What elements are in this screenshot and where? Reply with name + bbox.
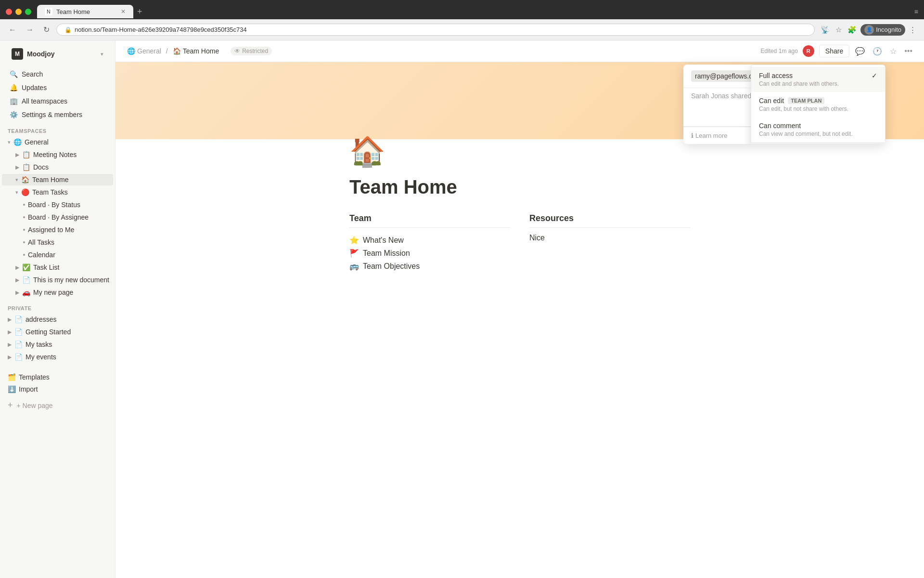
share-button[interactable]: Share — [819, 45, 849, 57]
sidebar-item-board-by-status[interactable]: Board · By Status — [2, 199, 113, 210]
sidebar-item-calendar-label: Calendar — [28, 251, 55, 259]
sidebar-item-updates[interactable]: 🔔 Updates — [2, 81, 113, 94]
comments-button[interactable]: 💬 — [853, 45, 867, 58]
breadcrumb-team-home-label: Team Home — [183, 47, 219, 55]
private-section-title: Private — [0, 302, 115, 313]
meeting-notes-chevron-icon: ▶ — [15, 152, 19, 158]
task-list-icon: ✅ — [22, 263, 30, 271]
team-home-icon: 🏠 — [21, 176, 29, 184]
my-tasks-chevron-icon: ▶ — [8, 342, 12, 348]
search-icon: 🔍 — [10, 70, 18, 78]
sidebar-item-task-list[interactable]: ▶ ✅ Task List — [2, 262, 113, 273]
new-page-plus-icon: + — [8, 400, 13, 410]
workspace-header[interactable]: M Moodjoy ▾ — [4, 42, 111, 66]
sidebar-item-my-tasks[interactable]: ▶ 📄 My tasks — [2, 339, 113, 350]
page-title: Team Home — [349, 176, 690, 198]
profile-button[interactable]: 👤 Incognito — [860, 24, 905, 36]
team-objectives-link[interactable]: 🚌 Team Objectives — [349, 260, 510, 273]
sidebar-item-import[interactable]: ⬇️ Import — [2, 383, 113, 395]
sidebar-item-import-label: Import — [19, 385, 38, 393]
window-maximize[interactable] — [25, 9, 31, 15]
browser-tab[interactable]: N Team Home ✕ — [37, 5, 133, 18]
reload-button[interactable]: ↻ — [40, 23, 52, 36]
workspace-name: Moodjoy — [27, 50, 55, 58]
updates-button[interactable]: 🕐 — [871, 45, 884, 58]
tab-title: Team Home — [56, 8, 90, 15]
bookmark-star-icon[interactable]: ☆ — [834, 24, 844, 36]
breadcrumb-separator: / — [166, 47, 168, 55]
sidebar-item-new-doc[interactable]: ▶ 📄 This is my new document — [2, 274, 113, 286]
sidebar-item-my-events-label: My events — [26, 353, 56, 361]
address-bar[interactable]: 🔒 notion.so/Team-Home-a626e39209a748798e… — [56, 24, 815, 36]
more-options-button[interactable]: ••• — [902, 45, 914, 57]
user-avatar: R — [802, 44, 815, 58]
sidebar-item-all-teamspaces[interactable]: 🏢 All teamspaces — [2, 95, 113, 107]
my-events-chevron-icon: ▶ — [8, 354, 12, 360]
profile-label: Incognito — [876, 26, 901, 33]
sidebar-item-my-new-page[interactable]: ▶ 🚗 My new page — [2, 287, 113, 298]
restricted-badge[interactable]: 👁 Restricted — [231, 47, 272, 55]
sidebar-item-my-events[interactable]: ▶ 📄 My events — [2, 351, 113, 363]
breadcrumb-general[interactable]: 🌐 General — [125, 46, 163, 56]
sidebar-item-search[interactable]: 🔍 Search — [2, 68, 113, 80]
sidebar-item-team-home[interactable]: ▾ 🏠 Team Home — [2, 174, 113, 185]
sidebar-item-templates[interactable]: 🗂️ Templates — [2, 371, 113, 383]
sidebar-item-team-home-label: Team Home — [32, 176, 68, 184]
sidebar-item-team-tasks[interactable]: ▾ 🔴 Team Tasks — [2, 186, 113, 198]
permission-dropdown: Full access ✓ Can edit and share with ot… — [751, 65, 886, 144]
breadcrumb-general-label: General — [137, 47, 161, 55]
forward-button[interactable]: → — [23, 24, 37, 36]
learn-more-label: Learn more — [695, 132, 727, 139]
cast-icon[interactable]: 📡 — [819, 24, 832, 36]
perm-option-full-access[interactable]: Full access ✓ Can edit and share with ot… — [751, 67, 885, 92]
sidebar-item-board-by-assignee-label: Board · By Assignee — [28, 213, 89, 221]
templates-icon: 🗂️ — [8, 373, 16, 381]
sidebar-item-board-by-status-label: Board · By Status — [28, 201, 80, 209]
sidebar-item-settings-label: Settings & members — [22, 111, 109, 118]
sidebar-item-general[interactable]: ▾ 🌐 General — [2, 136, 113, 148]
general-chevron-icon: ▾ — [8, 139, 11, 145]
sidebar-item-addresses[interactable]: ▶ 📄 addresses — [2, 314, 113, 325]
back-button[interactable]: ← — [6, 24, 19, 36]
sidebar-item-settings[interactable]: ⚙️ Settings & members — [2, 108, 113, 121]
window-minimize[interactable] — [15, 9, 22, 15]
team-home-chevron-icon: ▾ — [15, 177, 18, 183]
sidebar-item-my-new-page-label: My new page — [33, 289, 73, 296]
tab-list-button[interactable]: ≡ — [914, 8, 918, 15]
window-close[interactable] — [6, 9, 12, 15]
my-page-icon: 🚗 — [22, 289, 30, 296]
new-tab-button[interactable]: + — [133, 5, 146, 19]
workspace-icon: M — [12, 48, 23, 60]
workspace-chevron-icon: ▾ — [101, 51, 103, 57]
sidebar-item-assigned-to-me[interactable]: Assigned to Me — [2, 224, 113, 236]
team-objectives-icon: 🚌 — [349, 262, 359, 271]
can-comment-label: Can comment — [759, 122, 801, 130]
resources-column: Resources Nice — [529, 213, 690, 273]
can-edit-label: Can edit — [759, 97, 784, 105]
sidebar-item-meeting-notes[interactable]: ▶ 📋 Meeting Notes — [2, 149, 113, 160]
new-page-button[interactable]: + + New page — [4, 397, 111, 413]
learn-more-link[interactable]: ℹ Learn more — [691, 132, 727, 139]
resources-text: Nice — [529, 234, 690, 242]
share-panel: ramy@pageflows.com ✕ Can view ▾ Sarah Jo… — [683, 65, 886, 144]
full-access-desc: Can edit and share with others. — [759, 80, 877, 87]
extensions-icon[interactable]: 🧩 — [846, 24, 859, 36]
perm-option-can-view[interactable]: Can view Cannot edit or share with other… — [751, 142, 885, 144]
sidebar-item-addresses-label: addresses — [26, 315, 57, 323]
menu-button[interactable]: ⋮ — [907, 24, 918, 36]
perm-option-can-comment[interactable]: Can comment Can view and comment, but no… — [751, 117, 885, 142]
perm-option-can-edit[interactable]: Can edit TEAM PLAN Can edit, but not sha… — [751, 92, 885, 117]
whats-new-link[interactable]: ⭐ What's New — [349, 234, 510, 247]
sidebar-item-board-by-assignee[interactable]: Board · By Assignee — [2, 211, 113, 223]
sidebar-item-all-tasks[interactable]: All Tasks — [2, 236, 113, 248]
favorites-button[interactable]: ☆ — [888, 45, 898, 58]
sidebar: M Moodjoy ▾ 🔍 Search 🔔 Updates 🏢 All tea… — [0, 40, 116, 578]
tab-close-button[interactable]: ✕ — [121, 8, 126, 15]
team-mission-label: Team Mission — [363, 249, 410, 258]
breadcrumb-team-home[interactable]: 🏠 Team Home — [171, 46, 221, 56]
sidebar-item-docs[interactable]: ▶ 📋 Docs — [2, 161, 113, 173]
full-access-check-icon: ✓ — [872, 72, 877, 79]
sidebar-item-calendar[interactable]: Calendar — [2, 249, 113, 261]
sidebar-item-getting-started[interactable]: ▶ 📄 Getting Started — [2, 326, 113, 338]
team-mission-link[interactable]: 🚩 Team Mission — [349, 247, 510, 260]
